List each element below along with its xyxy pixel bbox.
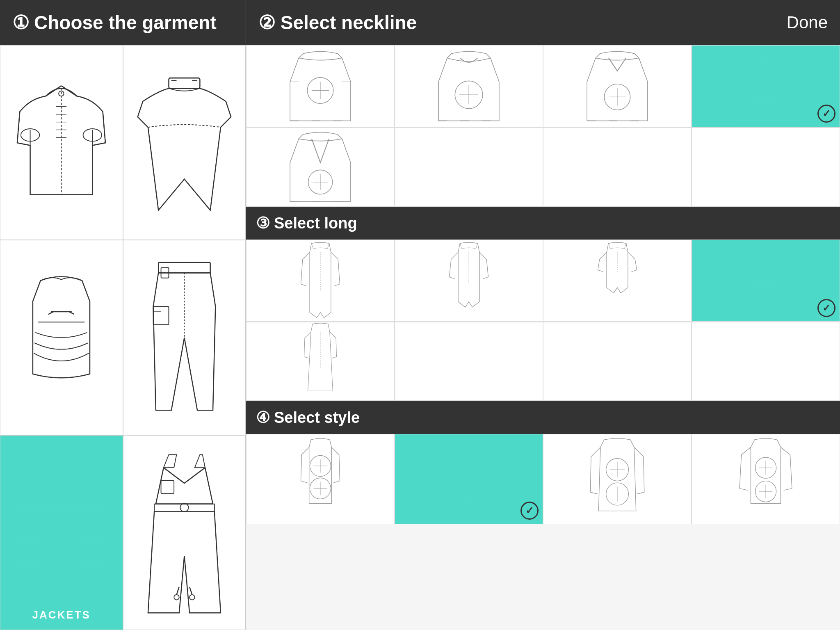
bustier-icon [9,255,113,420]
neckline-deep-v[interactable] [246,128,395,206]
done-button[interactable]: Done [787,13,828,32]
style-4-icon [707,436,825,522]
svg-point-43 [189,595,195,600]
neckline-v[interactable] [543,45,692,127]
style-title: Select style [274,409,360,427]
neckline-crew[interactable] [246,45,395,127]
style-fitted[interactable] [246,434,395,524]
garment-blouse[interactable] [0,45,123,240]
neckline-empty-3 [543,128,692,206]
length-empty-3 [543,322,692,401]
style-1-icon [261,436,379,522]
jacket-icon [9,450,113,615]
style-options [246,434,840,524]
length-title: Select long [274,215,357,232]
svg-point-38 [180,504,188,512]
style-2-icon [410,436,528,522]
style-longsleeved-2[interactable] [692,434,840,524]
svg-line-40 [176,587,179,595]
garment-grid: JACKETS [0,45,246,630]
trousers-icon [132,255,236,420]
full-length-icon [261,242,379,320]
turtleneck-icon [707,47,825,125]
dress-length-icon [261,322,379,400]
step-1-num: ① [12,11,29,34]
short-length-icon [558,242,676,320]
midi-length-icon [410,242,528,320]
sleeveless-short-icon [707,242,825,320]
neckline-check [817,105,835,123]
length-options-row1 [246,240,840,322]
svg-rect-64 [757,49,774,60]
length-dress[interactable] [246,322,395,401]
style-longsleeved[interactable] [543,434,692,524]
length-section-header: ③ Select long [246,207,840,240]
v-neck-icon [558,47,676,125]
svg-rect-37 [79,544,105,563]
style-3-icon [558,436,676,522]
neckline-empty-2 [395,128,543,206]
svg-line-83 [776,249,782,250]
left-header-title: Choose the garment [34,11,217,34]
style-check [520,502,539,520]
right-header: ② Select neckline Done [246,0,840,45]
step-3-num: ③ [256,214,270,232]
length-check [817,299,835,317]
step-4-num: ④ [256,409,270,427]
length-short[interactable] [543,240,692,322]
deep-v-neck-icon [261,128,379,206]
svg-line-41 [189,587,192,595]
neckline-options-row1 [246,45,840,128]
style-section-header: ④ Select style [246,401,840,434]
svg-rect-36 [18,544,44,563]
neckline-options-row2 [246,128,840,207]
blouse-icon [9,60,113,225]
svg-line-15 [69,312,75,314]
garment-jacket[interactable]: JACKETS [0,435,123,630]
svg-rect-19 [153,306,169,324]
svg-rect-10 [169,78,200,88]
garment-jumpsuit[interactable] [123,435,246,630]
length-full[interactable] [246,240,395,322]
left-header: ① Choose the garment [0,0,246,45]
svg-rect-39 [161,481,174,494]
garment-trousers[interactable] [123,240,246,435]
length-sleeveless-short[interactable] [692,240,840,322]
svg-line-84 [782,251,783,267]
length-empty-2 [395,322,543,401]
neckline-round[interactable] [395,45,543,127]
jumpsuit-icon [132,450,236,615]
garment-bustier[interactable] [0,240,123,435]
svg-line-81 [750,249,755,250]
neckline-header-title: ② Select neckline [258,11,417,34]
svg-point-42 [174,595,179,600]
right-panel: ② Select neckline Done [246,0,840,630]
step-2-num: ② [258,12,275,33]
svg-line-82 [749,251,750,267]
cape-icon [132,60,236,225]
left-panel: ① Choose the garment [0,0,246,630]
round-neck-icon [410,47,528,125]
neckline-title-text: Select neckline [281,12,417,33]
length-midi[interactable] [395,240,543,322]
crew-neck-icon [261,47,379,125]
garment-cape[interactable] [123,45,246,240]
length-options-row2 [246,322,840,401]
jacket-label: JACKETS [0,609,123,621]
neckline-turtleneck[interactable] [692,45,840,127]
length-empty-4 [692,322,840,401]
main-container: ① Choose the garment [0,0,840,630]
neckline-empty-4 [692,128,840,206]
style-flared[interactable] [395,434,543,524]
